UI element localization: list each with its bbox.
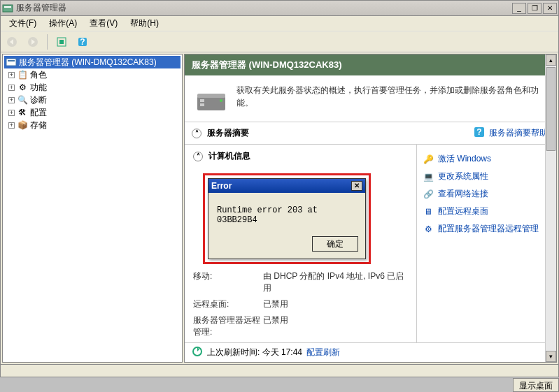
- error-titlebar: Error ✕: [208, 179, 365, 193]
- refresh-button[interactable]: [53, 34, 70, 50]
- refresh-time-text: 上次刷新时间: 今天 17:44: [207, 347, 302, 358]
- kv-mgr: 服务器管理器远程管理:已禁用: [193, 314, 408, 338]
- kv-value: 已禁用: [263, 298, 408, 310]
- link-label: 激活 Windows: [438, 153, 491, 165]
- error-message: Runtime error 203 at 03BB29B4: [208, 193, 365, 232]
- app-icon: [2, 3, 13, 14]
- summary-title: 服务器摘要: [207, 127, 249, 139]
- refresh-icon: [192, 346, 203, 359]
- info-right: 🔑激活 Windows 💻更改系统属性 🔗查看网络连接 🖥配置远程桌面 ⚙配置服…: [416, 145, 556, 342]
- expand-icon[interactable]: +: [8, 110, 15, 116]
- show-desktop-button[interactable]: 显示桌面: [513, 378, 559, 392]
- key-icon: 🔑: [423, 154, 434, 165]
- svg-text:?: ?: [80, 37, 85, 47]
- tree-item-storage[interactable]: +📦存储: [4, 119, 181, 131]
- footer-refresh: 上次刷新时间: 今天 17:44 配置刷新: [185, 342, 556, 362]
- svg-rect-12: [200, 103, 204, 106]
- computer-icon: 💻: [423, 171, 434, 182]
- config-icon: 🛠: [17, 108, 28, 117]
- window-buttons: _ ❐ ✕: [512, 3, 557, 14]
- svg-rect-8: [8, 60, 15, 61]
- minimize-button[interactable]: _: [512, 3, 526, 14]
- error-dialog: Error ✕ Runtime error 203 at 03BB29B4 确定: [208, 178, 366, 259]
- content-desc-text: 获取有关此服务器状态的概述，执行首要管理任务，并添加或删除服务器角色和功能。: [236, 84, 546, 109]
- menu-file[interactable]: 文件(F): [3, 16, 42, 31]
- expand-icon[interactable]: +: [8, 85, 15, 91]
- svg-rect-1: [4, 6, 11, 8]
- kv-key: 远程桌面:: [193, 298, 263, 310]
- storage-icon: 📦: [17, 120, 28, 130]
- summary-section-row: ˄ 服务器摘要 ? 服务器摘要帮助: [185, 122, 556, 145]
- svg-rect-0: [3, 5, 13, 12]
- expand-icon[interactable]: +: [8, 72, 15, 78]
- toolbar: ?: [1, 31, 558, 52]
- svg-text:?: ?: [476, 127, 481, 137]
- tree-item-roles[interactable]: +📋角色: [4, 68, 181, 81]
- tree-item-features[interactable]: +⚙功能: [4, 81, 181, 94]
- error-highlight: Error ✕ Runtime error 203 at 03BB29B4 确定: [203, 173, 371, 264]
- svg-point-13: [220, 99, 222, 102]
- content-desc: 获取有关此服务器状态的概述，执行首要管理任务，并添加或删除服务器角色和功能。: [185, 75, 556, 122]
- kv-mobile: 移动:由 DHCP 分配的 IPv4 地址, IPv6 已启用: [193, 270, 408, 294]
- chevron-up-icon: ˄: [193, 152, 203, 161]
- expand-icon[interactable]: +: [8, 122, 15, 129]
- menu-action[interactable]: 操作(A): [43, 16, 83, 31]
- configure-refresh-link[interactable]: 配置刷新: [306, 347, 340, 358]
- kv-key: 移动:: [193, 270, 263, 294]
- svg-rect-7: [6, 59, 16, 66]
- help-button[interactable]: ?: [74, 34, 91, 50]
- kv-key: 服务器管理器远程管理:: [193, 314, 263, 338]
- summary-help-link[interactable]: ? 服务器摘要帮助: [465, 122, 556, 144]
- window-title: 服务器管理器: [16, 2, 512, 14]
- roles-icon: 📋: [17, 70, 28, 80]
- restore-button[interactable]: ❐: [528, 3, 542, 14]
- forward-button: [24, 34, 41, 50]
- error-buttons: 确定: [208, 232, 365, 259]
- tree-item-label: 配置: [30, 107, 47, 119]
- link-system-props[interactable]: 💻更改系统属性: [421, 168, 552, 185]
- server-icon: [6, 57, 17, 67]
- error-ok-button[interactable]: 确定: [312, 236, 358, 252]
- computer-info-head[interactable]: ˄ 计算机信息: [193, 150, 408, 162]
- close-button[interactable]: ✕: [543, 3, 557, 14]
- tree-item-diagnostics[interactable]: +🔍诊断: [4, 94, 181, 106]
- diagnostics-icon: 🔍: [17, 95, 28, 105]
- menu-help[interactable]: 帮助(H): [125, 16, 164, 31]
- error-close-button[interactable]: ✕: [351, 181, 362, 191]
- link-remote-desktop[interactable]: 🖥配置远程桌面: [421, 203, 552, 220]
- link-remote-mgr[interactable]: ⚙配置服务器管理器远程管理: [421, 220, 552, 238]
- link-label: 更改系统属性: [438, 170, 488, 182]
- content-header: 服务器管理器 (WIN-DMQ132CAK83): [185, 55, 556, 75]
- link-network-conn[interactable]: 🔗查看网络连接: [421, 185, 552, 203]
- vertical-scrollbar[interactable]: ▴ ▾: [545, 55, 556, 362]
- features-icon: ⚙: [17, 82, 28, 92]
- svg-rect-11: [200, 99, 204, 102]
- scroll-down-button[interactable]: ▾: [546, 351, 556, 362]
- scroll-thumb[interactable]: [546, 67, 556, 151]
- tree-item-label: 功能: [30, 82, 47, 94]
- kv-remote: 远程桌面:已禁用: [193, 298, 408, 310]
- tree-root[interactable]: 服务器管理器 (WIN-DMQ132CAK83): [4, 56, 181, 68]
- statusbar: [1, 364, 558, 377]
- computer-info-title: 计算机信息: [208, 150, 250, 162]
- titlebar: 服务器管理器 _ ❐ ✕: [1, 1, 558, 16]
- menu-view[interactable]: 查看(V): [84, 16, 123, 31]
- gear-icon: ⚙: [423, 224, 434, 235]
- chevron-up-icon: ˄: [192, 129, 201, 138]
- link-activate-windows[interactable]: 🔑激活 Windows: [421, 150, 552, 168]
- link-label: 配置远程桌面: [438, 205, 488, 217]
- svg-rect-10: [197, 94, 225, 98]
- monitor-icon: 🖥: [423, 206, 434, 217]
- expand-icon[interactable]: +: [8, 97, 15, 103]
- error-title: Error: [211, 181, 351, 191]
- tree-item-label: 存储: [30, 119, 47, 131]
- back-button: [3, 34, 20, 50]
- summary-section-head[interactable]: ˄ 服务器摘要: [185, 122, 465, 144]
- link-label: 查看网络连接: [438, 188, 488, 200]
- tree-item-config[interactable]: +🛠配置: [4, 106, 181, 119]
- tree-item-label: 诊断: [30, 94, 47, 106]
- network-icon: 🔗: [423, 189, 434, 200]
- scroll-up-button[interactable]: ▴: [546, 55, 556, 66]
- tree-panel: 服务器管理器 (WIN-DMQ132CAK83) +📋角色 +⚙功能 +🔍诊断 …: [2, 54, 183, 363]
- summary-help-label: 服务器摘要帮助: [489, 127, 548, 139]
